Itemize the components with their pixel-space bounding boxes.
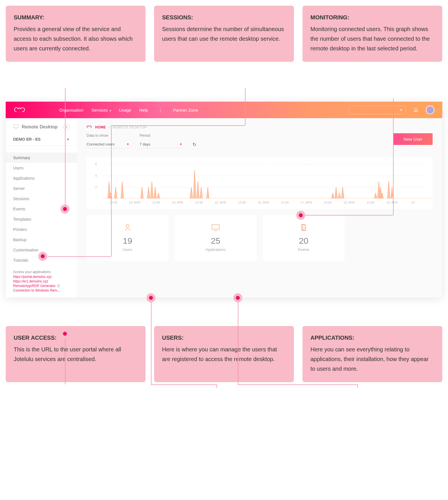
nav-organisation[interactable]: Organisation: [59, 108, 83, 112]
access-title: Access your applications: [13, 270, 69, 274]
connector-line: [238, 299, 238, 384]
hotspot-dot: [60, 329, 69, 338]
app-body: Remote Desktop + DEMO ER - ES ▼ SummaryU…: [6, 118, 442, 298]
add-button[interactable]: +: [63, 124, 69, 130]
hotspot-dot: [38, 252, 47, 261]
stat-value: 19: [87, 236, 168, 246]
sidebar-item-summary[interactable]: Summary: [6, 153, 77, 163]
connector-line: [151, 384, 216, 385]
sidebar-title: Remote Desktop: [22, 124, 58, 130]
tenant-name: DEMO ER - ES: [13, 137, 40, 142]
hotspot-dot: [296, 211, 305, 220]
refresh-icon[interactable]: ↻: [193, 142, 196, 147]
control-label: Period: [140, 133, 182, 138]
nav-partner-zone[interactable]: Partner Zone: [173, 108, 198, 112]
callouts-top: SUMMARY: Provides a general view of the …: [6, 6, 442, 62]
cloud-icon: [87, 125, 92, 129]
sidebar-item-sessions[interactable]: Sessions: [6, 194, 77, 204]
connector-line: [48, 256, 111, 257]
y-tick-label: 6: [95, 163, 97, 166]
access-link[interactable]: Connection to Windows Rem...: [13, 288, 69, 292]
y-tick-label: 4: [95, 174, 97, 177]
connector-line: [238, 384, 357, 385]
controls-row: Data to show Connected users ▼ Period 7 …: [87, 133, 433, 148]
hotspot-dot: [60, 204, 69, 214]
nav-services[interactable]: Services: [91, 108, 111, 112]
sidebar-item-server[interactable]: Server: [6, 183, 77, 194]
callout-title: SESSIONS:: [162, 14, 286, 21]
callout-user-access: USER ACCESS: This is the URL to the user…: [6, 326, 146, 382]
tenant-selector[interactable]: DEMO ER - ES ▼: [6, 134, 77, 146]
monitor-icon: [175, 224, 256, 231]
x-tick-label: 13. APR: [124, 201, 145, 204]
sidebar-item-templates[interactable]: Templates: [6, 214, 77, 224]
access-block: Access your applications https://portal.…: [6, 265, 77, 298]
x-tick-label: 12:00: [188, 201, 210, 204]
callout-title: MONITORING:: [310, 14, 434, 21]
stat-value: 20: [263, 236, 345, 246]
org-dropdown[interactable]: ▾: [349, 106, 406, 114]
callout-text: Here is where you can manage the users t…: [162, 345, 286, 364]
x-tick-label: 18. APR: [338, 201, 360, 204]
callout-text: This is the URL to the user portal where…: [14, 345, 138, 364]
access-link[interactable]: https://er1.demoinc.xyz: [13, 279, 69, 283]
callout-text: Provides a general view of the service a…: [14, 24, 138, 53]
stat-label: Events: [263, 247, 345, 252]
chevron-down-icon: ▼: [67, 138, 69, 141]
avatar[interactable]: [426, 106, 434, 114]
stat-label: Users: [87, 247, 168, 252]
x-tick-label: 15. APR: [210, 201, 231, 204]
period-select[interactable]: 7 days ▼: [140, 140, 182, 148]
new-user-button[interactable]: New User: [393, 133, 433, 145]
app-window: Organisation Services Usage Help | Partn…: [6, 102, 442, 298]
data-to-show-select[interactable]: Connected users ▼: [87, 140, 129, 148]
nav-help[interactable]: Help: [139, 108, 148, 112]
data-to-show-control: Data to show Connected users ▼: [87, 133, 129, 148]
topbar-nav: Organisation Services Usage Help | Partn…: [59, 108, 198, 112]
stat-label: Applications: [175, 247, 256, 252]
callout-users: USERS: Here is where you can manage the …: [154, 326, 294, 382]
access-link[interactable]: https://portal.demoinc.xyz: [13, 275, 69, 279]
x-tick-label: 12:00: [360, 201, 381, 204]
callout-text: Here you can see everything relating to …: [310, 345, 434, 374]
chevron-down-icon: ▼: [179, 143, 182, 146]
x-tick-label: 12:00: [146, 201, 167, 204]
callouts-bottom: USER ACCESS: This is the URL to the user…: [6, 326, 442, 382]
main-content: HOME / REMOTE DESKTOP Data to show Conne…: [77, 118, 442, 298]
help-icon[interactable]: ?: [57, 284, 60, 288]
callout-text: Monitoring connected users. This graph s…: [310, 24, 434, 53]
user-icon: [87, 224, 168, 231]
connector-line: [151, 299, 152, 384]
stat-card-applications[interactable]: 25 Applications: [175, 215, 256, 261]
chevron-down-icon: ▼: [126, 143, 129, 146]
bell-icon[interactable]: [413, 107, 418, 113]
stat-card-events[interactable]: 20 Events: [263, 215, 345, 261]
callout-title: SUMMARY:: [14, 14, 138, 21]
sidebar-item-printers[interactable]: Printers: [6, 224, 77, 235]
svg-rect-2: [212, 225, 219, 229]
stat-card-users[interactable]: 19 Users: [87, 215, 168, 261]
hotspot-dot: [146, 293, 156, 302]
topbar-right: ▾: [349, 106, 434, 114]
connector-line: [65, 88, 66, 208]
access-link[interactable]: RemoteApp/RDP Generator?: [13, 284, 69, 288]
x-tick-label: 17. APR: [295, 201, 317, 204]
connector-line: [111, 125, 245, 126]
x-tick-label: 12:00: [274, 201, 295, 204]
connector-line: [245, 88, 246, 125]
sidebar-item-backup[interactable]: Backup: [6, 235, 77, 245]
callout-title: USERS:: [162, 335, 286, 341]
connector-line: [305, 215, 393, 216]
x-tick-label: 12:: [403, 201, 424, 204]
breadcrumb-sep: /: [109, 125, 110, 129]
callout-monitoring: MONITORING: Monitoring connected users. …: [302, 6, 442, 62]
x-tick-label: 19. APR: [381, 201, 402, 204]
sidebar-item-applications[interactable]: Applications: [6, 173, 77, 183]
topbar: Organisation Services Usage Help | Partn…: [6, 102, 442, 118]
connector-line: [65, 333, 66, 384]
breadcrumb-home[interactable]: HOME: [95, 125, 106, 129]
nav-usage[interactable]: Usage: [119, 108, 131, 112]
chart-svg: [103, 164, 431, 198]
callout-title: USER ACCESS:: [14, 335, 138, 341]
sidebar-item-users[interactable]: Users: [6, 163, 77, 173]
